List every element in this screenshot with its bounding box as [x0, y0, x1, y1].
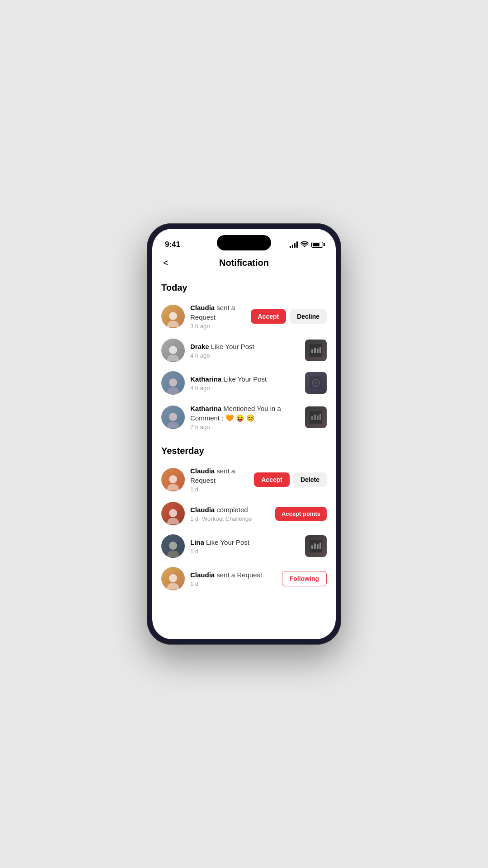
notif-actions: Following	[282, 571, 327, 586]
avatar	[161, 502, 185, 525]
post-thumbnail	[305, 406, 327, 428]
post-thumbnail	[305, 340, 327, 361]
notif-text: Drake Like Your Post	[190, 342, 300, 351]
notification-item: Katharina Mentioned You in a Comment : 🧡…	[161, 399, 327, 435]
notif-time: 3 h ago	[190, 323, 245, 330]
svg-rect-4	[319, 347, 321, 353]
notification-item: Claudia sent a Request 1 d Following	[161, 562, 327, 595]
notif-body: Katharina Mentioned You in a Comment : 🧡…	[190, 404, 300, 430]
username: Katharina	[190, 375, 221, 383]
notif-time: 1 d	[190, 486, 249, 493]
action-text: Like Your Post	[221, 375, 267, 383]
notif-body: Katharina Like Your Post 4 h ago	[190, 374, 300, 392]
following-button[interactable]: Following	[282, 571, 327, 586]
username: Claudia	[190, 304, 215, 311]
notif-body: Claudia sent a Request 1 d	[190, 570, 277, 587]
avatar	[161, 305, 185, 328]
avatar	[161, 339, 185, 362]
notif-text: Katharina Mentioned You in a Comment : 🧡…	[190, 404, 300, 423]
notification-item: Katharina Like Your Post 4 h ago	[161, 367, 327, 399]
action-text: completed	[215, 506, 248, 514]
svg-rect-1	[311, 349, 313, 353]
notification-item: Drake Like Your Post 4 h ago	[161, 334, 327, 367]
username: Katharina	[190, 405, 221, 412]
avatar	[161, 371, 185, 395]
content-area: Today Claudia sent a Request 3 h ago Acc…	[152, 275, 336, 639]
accept-button[interactable]: Accept	[254, 472, 290, 487]
avatar	[161, 567, 185, 590]
notif-text: Claudia sent a Request	[190, 303, 245, 322]
action-text: Like Your Post	[204, 538, 249, 546]
post-thumbnail	[305, 372, 327, 394]
notification-item: Claudia sent a Request 1 d Accept Delete	[161, 462, 327, 497]
page-title: Notification	[219, 258, 269, 268]
status-icons	[290, 241, 323, 249]
notif-body: Drake Like Your Post 4 h ago	[190, 342, 300, 359]
action-text: sent a Request	[215, 571, 262, 579]
svg-rect-13	[319, 414, 321, 420]
challenge-sub: Workout Challenge	[202, 515, 252, 522]
username: Claudia	[190, 506, 215, 514]
notif-time: 4 h ago	[190, 385, 300, 392]
accept-points-button[interactable]: Accept points	[275, 507, 327, 521]
svg-rect-3	[317, 349, 319, 353]
username: Drake	[190, 343, 209, 350]
notif-text: Claudia completed	[190, 505, 270, 514]
svg-rect-11	[314, 415, 316, 420]
decline-button[interactable]: Decline	[290, 309, 327, 324]
avatar	[161, 468, 185, 491]
section-label-today: Today	[161, 283, 327, 293]
notif-time: 1 d	[190, 580, 277, 587]
notif-text: Claudia sent a Request	[190, 466, 249, 485]
delete-button[interactable]: Delete	[293, 472, 327, 487]
phone-screen: 9:41	[152, 229, 336, 639]
notif-body: Claudia sent a Request 1 d	[190, 466, 249, 493]
notif-actions: Accept Delete	[254, 472, 327, 487]
svg-rect-18	[319, 542, 321, 549]
notif-time: 1 d	[190, 548, 300, 555]
avatar	[161, 534, 185, 558]
svg-rect-15	[311, 545, 313, 549]
notif-body: Claudia sent a Request 3 h ago	[190, 303, 245, 330]
svg-rect-12	[317, 415, 319, 420]
back-button[interactable]: <	[163, 258, 178, 268]
accept-button[interactable]: Accept	[251, 309, 286, 324]
action-text: Like Your Post	[209, 343, 254, 350]
battery-icon	[311, 242, 323, 248]
notif-text: Lina Like Your Post	[190, 538, 300, 547]
status-time: 9:41	[165, 240, 180, 249]
notif-text: Katharina Like Your Post	[190, 374, 300, 384]
section-label-yesterday: Yesterday	[161, 446, 327, 456]
phone-frame: 9:41	[147, 223, 341, 645]
svg-rect-10	[311, 416, 313, 420]
wifi-icon	[300, 241, 309, 249]
notif-time: 4 h ago	[190, 352, 300, 359]
notif-actions: Accept points	[275, 507, 327, 521]
notif-text: Claudia sent a Request	[190, 570, 277, 580]
notif-body: Claudia completed 1 d Workout Challenge	[190, 505, 270, 522]
header: < Notification	[152, 253, 336, 275]
notification-item: Claudia completed 1 d Workout Challenge …	[161, 497, 327, 530]
svg-rect-17	[317, 544, 319, 549]
notif-time: 7 h ago	[190, 424, 300, 430]
svg-rect-16	[314, 543, 316, 549]
post-thumbnail	[305, 535, 327, 557]
dynamic-island	[217, 235, 271, 250]
username: Lina	[190, 538, 204, 546]
notif-time: 1 d	[190, 515, 198, 522]
signal-icon	[290, 241, 298, 248]
notification-item: Claudia sent a Request 3 h ago Accept De…	[161, 298, 327, 334]
username: Claudia	[190, 571, 215, 579]
username: Claudia	[190, 467, 215, 475]
svg-rect-2	[314, 348, 316, 353]
notification-item: Lina Like Your Post 1 d	[161, 530, 327, 562]
notif-actions: Accept Decline	[251, 309, 327, 324]
avatar	[161, 406, 185, 429]
notif-body: Lina Like Your Post 1 d	[190, 538, 300, 555]
